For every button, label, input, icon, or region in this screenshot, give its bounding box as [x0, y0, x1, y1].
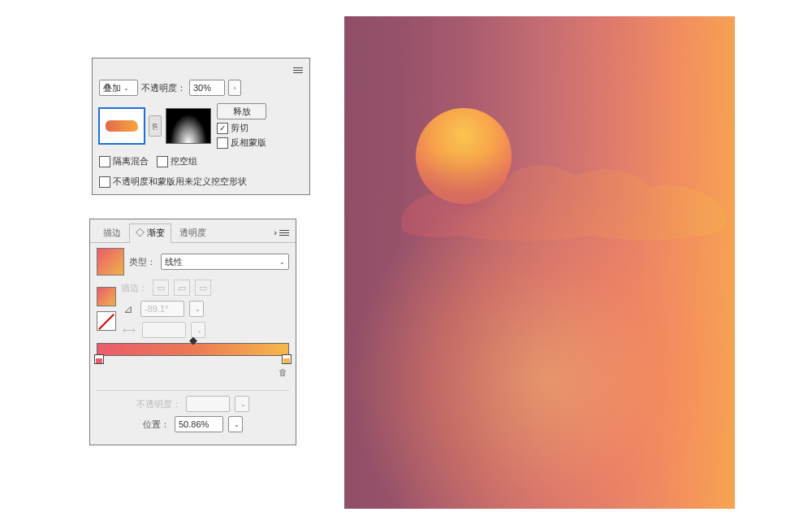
- invert-mask-checkbox-row[interactable]: 反相蒙版: [217, 137, 266, 149]
- position-input[interactable]: 50.86%: [175, 416, 223, 432]
- knockout-checkbox[interactable]: [157, 156, 168, 167]
- clip-checkbox-row[interactable]: 剪切: [217, 122, 266, 134]
- gradient-stop-right[interactable]: [282, 354, 292, 364]
- panel-menu-icon[interactable]: [278, 227, 289, 238]
- define-shape-row[interactable]: 不透明度和蒙版用来定义挖空形状: [99, 176, 303, 188]
- opacity-stepper[interactable]: ›: [228, 80, 241, 96]
- opacity-value: 30%: [193, 83, 211, 93]
- gradient-midpoint-handle[interactable]: [189, 337, 197, 345]
- delete-stop-icon[interactable]: 🗑: [276, 366, 289, 379]
- isolate-blend-row[interactable]: 隔离混合: [99, 155, 149, 167]
- tab-stroke[interactable]: 描边: [97, 223, 127, 242]
- cloud-icon: [106, 120, 138, 132]
- angle-stepper[interactable]: ⌄: [189, 301, 204, 317]
- artwork-thumbnail[interactable]: [99, 108, 145, 144]
- invert-mask-checkbox[interactable]: [217, 137, 228, 149]
- panel-tabbar: 描边 ◇ 渐变 透明度 ››: [90, 219, 296, 243]
- gradient-panel: 描边 ◇ 渐变 透明度 ›› 类型： 线性 ⌄ 描边：: [89, 219, 296, 445]
- chevron-down-icon: ⌄: [240, 401, 246, 408]
- stroke-across-btn: ▭: [195, 280, 211, 296]
- position-label: 位置：: [143, 419, 170, 431]
- gradient-stop-left[interactable]: [94, 354, 104, 364]
- knockout-row[interactable]: 挖空组: [157, 155, 197, 167]
- gradient-preview-swatch[interactable]: [97, 248, 124, 276]
- gradient-ramp[interactable]: [97, 343, 289, 356]
- opacity-label: 不透明度：: [141, 82, 186, 94]
- chevron-down-icon: ⌄: [279, 258, 285, 266]
- stop-opacity-stepper: ⌄: [235, 396, 249, 412]
- artboard: [344, 16, 735, 509]
- mask-thumbnail[interactable]: [166, 108, 211, 144]
- gradient-type-value: 线性: [165, 256, 183, 268]
- sun-shape: [416, 108, 512, 204]
- isolate-blend-checkbox[interactable]: [99, 156, 110, 167]
- divider: [97, 390, 289, 391]
- collapse-chevron-icon[interactable]: ››: [274, 228, 274, 237]
- no-stroke-swatch[interactable]: [97, 311, 116, 331]
- tab-transparency[interactable]: 透明度: [173, 223, 213, 242]
- chevron-down-icon: ⌄: [197, 327, 202, 334]
- release-button[interactable]: 释放: [217, 103, 266, 119]
- aspect-stepper: ⌄: [191, 322, 205, 338]
- aspect-input: [142, 322, 186, 338]
- chevron-down-icon: ⌄: [195, 306, 201, 313]
- stop-opacity-label: 不透明度：: [136, 398, 181, 410]
- angle-value: -89.1°: [145, 304, 168, 314]
- chevron-down-icon: ⌄: [234, 421, 240, 428]
- position-stepper[interactable]: ⌄: [228, 416, 243, 432]
- angle-input[interactable]: -89.1°: [140, 301, 184, 317]
- gradient-type-select[interactable]: 线性 ⌄: [161, 254, 289, 270]
- type-label: 类型：: [129, 256, 156, 268]
- tab-gradient[interactable]: ◇ 渐变: [129, 223, 171, 243]
- angle-icon: ⊿: [121, 302, 136, 316]
- gradient-slider[interactable]: 🗑: [97, 343, 289, 379]
- link-mask-toggle[interactable]: ⎘: [149, 115, 162, 137]
- stroke-along-btn: ▭: [174, 280, 190, 296]
- sunset-gradient-canvas[interactable]: [344, 16, 735, 509]
- stop-opacity-input: [186, 396, 230, 412]
- blend-mode-select[interactable]: 叠加 ⌄: [99, 80, 138, 96]
- aspect-ratio-icon: ⟷: [121, 323, 137, 336]
- chevron-down-icon: ⌄: [123, 85, 129, 92]
- panel-menu-icon[interactable]: [290, 64, 303, 76]
- position-value: 50.86%: [179, 419, 209, 429]
- blend-mode-value: 叠加: [103, 82, 121, 94]
- fill-swatch[interactable]: [97, 287, 116, 306]
- define-shape-checkbox[interactable]: [99, 176, 110, 188]
- clip-checkbox[interactable]: [217, 123, 228, 134]
- opacity-input[interactable]: 30%: [189, 80, 225, 96]
- stroke-within-btn: ▭: [153, 280, 169, 296]
- transparency-panel: 叠加 ⌄ 不透明度： 30% › ⎘ 释放 剪切 反相蒙版: [92, 58, 310, 195]
- stroke-apply-label: 描边：: [121, 282, 148, 294]
